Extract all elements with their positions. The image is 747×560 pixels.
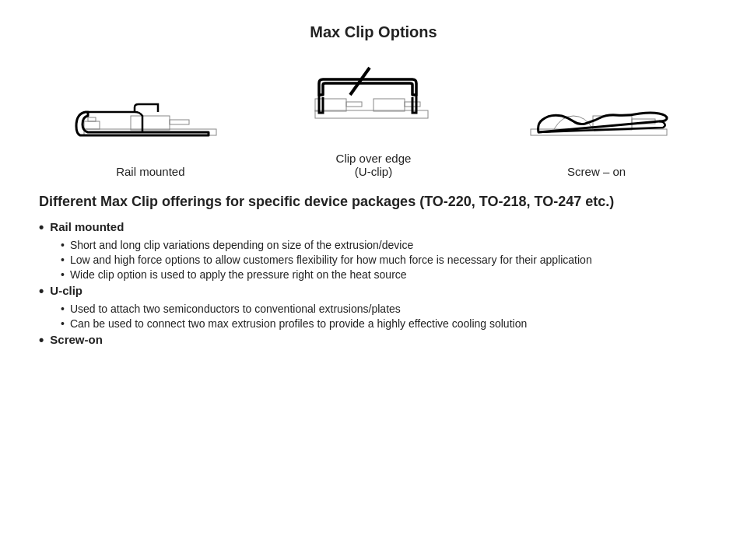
diagram-rail-mounted: Rail mounted xyxy=(68,73,232,178)
screw-on-svg xyxy=(515,73,679,159)
rail-mounted-label: Rail mounted xyxy=(116,165,184,178)
svg-rect-1 xyxy=(131,116,170,130)
svg-rect-7 xyxy=(374,99,405,111)
screw-on-label: Screw – on xyxy=(567,165,626,178)
sub-list-item: Used to attach two semiconductors to con… xyxy=(61,303,708,315)
sub-list-item: Short and long clip variations depending… xyxy=(61,239,708,251)
svg-rect-3 xyxy=(84,121,100,129)
diagram-u-clip: Clip over edge(U-clip) xyxy=(292,60,455,178)
svg-rect-4 xyxy=(88,117,96,121)
u-clip-label: Clip over edge(U-clip) xyxy=(336,152,412,178)
diagram-screw-on: Screw – on xyxy=(515,73,679,178)
main-list-item-screw: Screw-on xyxy=(39,333,708,348)
main-list-item-uclip: U-clip xyxy=(39,284,708,299)
diagrams-section: Rail mounted xyxy=(39,60,708,178)
sub-list-uclip: Used to attach two semiconductors to con… xyxy=(61,303,708,330)
main-list-item-rail: Rail mounted xyxy=(39,220,708,236)
sub-list-item: Low and high force options to allow cust… xyxy=(61,254,708,266)
sub-list-item: Wide clip option is used to apply the pr… xyxy=(61,268,708,281)
svg-rect-8 xyxy=(346,102,362,107)
svg-line-10 xyxy=(350,68,370,95)
page: Max Clip Options Rail xyxy=(0,0,747,560)
main-list: Rail mounted Short and long clip variati… xyxy=(39,220,708,348)
sub-list-rail: Short and long clip variations depending… xyxy=(61,239,708,281)
svg-rect-2 xyxy=(170,120,189,124)
page-title: Max Clip Options xyxy=(39,23,708,41)
u-clip-svg xyxy=(292,60,455,145)
description-text: Different Max Clip offerings for specifi… xyxy=(39,192,708,211)
sub-list-item: Can be used to connect two max extrusion… xyxy=(61,317,708,330)
rail-mounted-svg xyxy=(68,73,232,159)
